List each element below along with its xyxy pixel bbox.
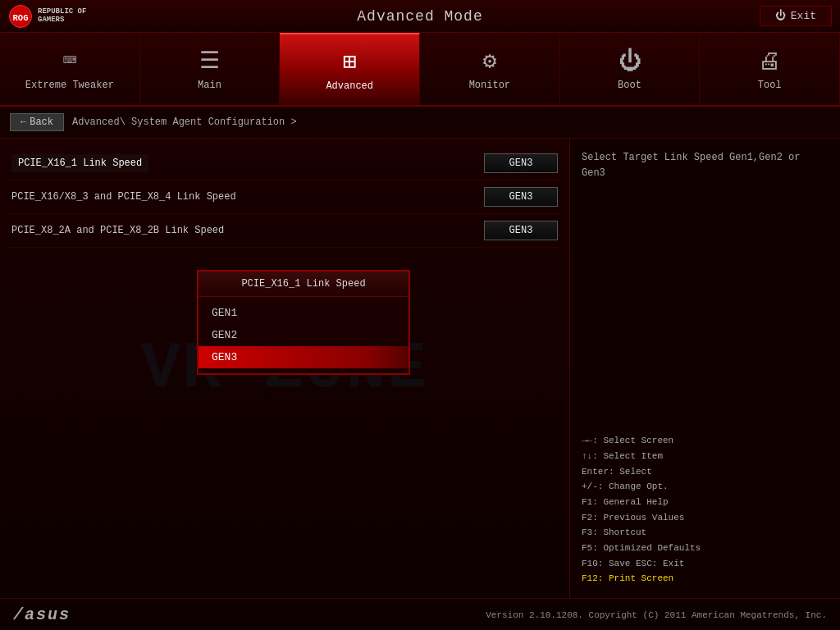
setting-row-1: PCIE_X16/X8_3 and PCIE_X8_4 Link Speed G… bbox=[8, 180, 561, 214]
tab-tool[interactable]: 🖨 Tool bbox=[700, 33, 840, 105]
tab-monitor-label: Monitor bbox=[469, 80, 510, 91]
dropdown-option-gen2[interactable]: GEN2 bbox=[199, 324, 409, 346]
hotkey-f12: F12: Print Screen bbox=[582, 571, 829, 587]
header: ROG REPUBLIC OF GAMERS Advanced Mode ⏻ E… bbox=[0, 0, 840, 33]
tab-boot[interactable]: ⏻ Boot bbox=[560, 33, 701, 105]
asus-logo: /asus bbox=[13, 605, 71, 624]
exit-label: Exit bbox=[791, 10, 816, 22]
advanced-icon: ⊞ bbox=[343, 48, 357, 75]
breadcrumb-path: Advanced\ System Agent Configuration > bbox=[72, 116, 297, 128]
tab-extreme-tweaker[interactable]: ⌨ Extreme Tweaker bbox=[0, 33, 140, 105]
setting-value-btn-1[interactable]: GEN3 bbox=[484, 187, 558, 207]
setting-value-btn-0[interactable]: GEN3 bbox=[484, 153, 558, 173]
tab-advanced-label: Advanced bbox=[326, 80, 373, 92]
main-content: VR-ZONE PCIE_X16_1 Link Speed GEN3 PCIE_… bbox=[0, 139, 840, 598]
help-text: Select Target Link Speed Gen1,Gen2 or Ge… bbox=[582, 150, 829, 181]
hotkeys: →←: Select Screen ↑↓: Select Item Enter:… bbox=[582, 433, 829, 587]
tab-tool-label: Tool bbox=[758, 80, 782, 91]
monitor-icon: ⚙ bbox=[482, 47, 496, 75]
tab-advanced[interactable]: ⊞ Advanced bbox=[280, 33, 420, 105]
setting-label-2: PCIE_X8_2A and PCIE_X8_2B Link Speed bbox=[11, 225, 224, 236]
svg-text:ROG: ROG bbox=[13, 12, 29, 22]
right-panel: Select Target Link Speed Gen1,Gen2 or Ge… bbox=[570, 139, 840, 598]
dropdown-options: GEN1 GEN2 GEN3 bbox=[199, 297, 409, 373]
setting-label-0: PCIE_X16_1 Link Speed bbox=[11, 154, 148, 172]
extreme-tweaker-icon: ⌨ bbox=[62, 47, 76, 75]
back-label: Back bbox=[30, 116, 53, 128]
hotkey-select-item: ↑↓: Select Item bbox=[582, 449, 829, 464]
nav-tabs: ⌨ Extreme Tweaker ☰ Main ⊞ Advanced ⚙ Mo… bbox=[0, 33, 840, 107]
hotkey-f10: F10: Save ESC: Exit bbox=[582, 556, 829, 572]
setting-value-btn-2[interactable]: GEN3 bbox=[484, 221, 558, 240]
back-arrow-icon: ← bbox=[21, 116, 26, 128]
version-text: Version 2.10.1208. Copyright (C) 2011 Am… bbox=[486, 610, 827, 620]
rog-logo-icon: ROG bbox=[8, 4, 33, 29]
dropdown-title: PCIE_X16_1 Link Speed bbox=[199, 272, 409, 297]
tool-icon: 🖨 bbox=[758, 47, 781, 75]
rog-gamers: GAMERS bbox=[38, 16, 86, 25]
tab-extreme-tweaker-label: Extreme Tweaker bbox=[25, 80, 114, 91]
dropdown-popup: PCIE_X16_1 Link Speed GEN1 GEN2 GEN3 bbox=[197, 270, 410, 375]
exit-icon: ⏻ bbox=[775, 10, 786, 22]
hotkey-f3: F3: Shortcut bbox=[582, 525, 829, 541]
tab-monitor[interactable]: ⚙ Monitor bbox=[420, 33, 560, 105]
hotkey-change-opt: +/-: Change Opt. bbox=[582, 479, 829, 495]
hotkey-f2: F2: Previous Values bbox=[582, 510, 829, 526]
dropdown-option-gen1[interactable]: GEN1 bbox=[199, 302, 409, 324]
setting-row-0: PCIE_X16_1 Link Speed GEN3 bbox=[8, 147, 561, 180]
back-button[interactable]: ← Back bbox=[10, 113, 64, 131]
setting-label-1: PCIE_X16/X8_3 and PCIE_X8_4 Link Speed bbox=[11, 191, 236, 203]
logo-area: ROG REPUBLIC OF GAMERS bbox=[8, 4, 86, 29]
exit-button[interactable]: ⏻ Exit bbox=[760, 6, 832, 26]
hotkey-enter: Enter: Select bbox=[582, 464, 829, 480]
hotkey-arrows-icon: →←: bbox=[582, 436, 603, 445]
breadcrumb: ← Back Advanced\ System Agent Configurat… bbox=[0, 107, 840, 139]
tab-main-label: Main bbox=[198, 80, 221, 91]
tab-boot-label: Boot bbox=[618, 80, 641, 91]
footer: /asus Version 2.10.1208. Copyright (C) 2… bbox=[0, 598, 840, 630]
main-icon: ☰ bbox=[199, 47, 220, 75]
hotkey-f1: F1: General Help bbox=[582, 495, 829, 510]
header-title: Advanced Mode bbox=[357, 8, 482, 25]
hotkey-select-screen: →←: Select Screen bbox=[582, 433, 829, 449]
tab-main[interactable]: ☰ Main bbox=[140, 33, 281, 105]
left-panel: VR-ZONE PCIE_X16_1 Link Speed GEN3 PCIE_… bbox=[0, 139, 570, 598]
setting-row-2: PCIE_X8_2A and PCIE_X8_2B Link Speed GEN… bbox=[8, 214, 561, 248]
dropdown-option-gen3[interactable]: GEN3 bbox=[199, 346, 409, 368]
hotkey-f5: F5: Optimized Defaults bbox=[582, 541, 829, 556]
boot-icon: ⏻ bbox=[619, 47, 641, 75]
